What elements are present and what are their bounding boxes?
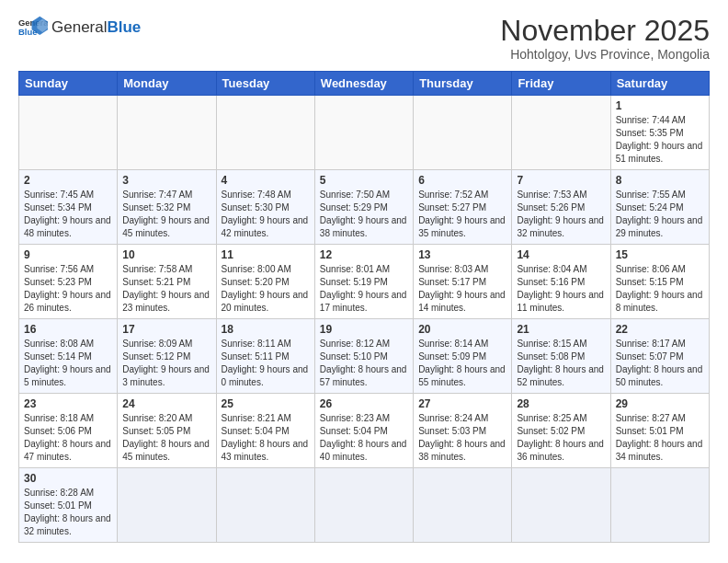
day-number: 12 — [320, 248, 408, 261]
day-info: Sunrise: 7:58 AM Sunset: 5:21 PM Dayligh… — [122, 263, 210, 315]
day-info: Sunrise: 8:27 AM Sunset: 5:01 PM Dayligh… — [616, 412, 704, 464]
calendar-week-row: 16Sunrise: 8:08 AM Sunset: 5:14 PM Dayli… — [19, 319, 710, 394]
page: General Blue GeneralBlue November 2025 H… — [0, 0, 728, 557]
day-info: Sunrise: 8:24 AM Sunset: 5:03 PM Dayligh… — [418, 412, 506, 464]
weekday-header-thursday: Thursday — [414, 72, 512, 96]
calendar-day-cell — [414, 96, 512, 170]
day-info: Sunrise: 7:56 AM Sunset: 5:23 PM Dayligh… — [24, 263, 112, 315]
day-number: 10 — [122, 248, 210, 261]
calendar-day-cell — [118, 468, 216, 543]
calendar-day-cell: 11Sunrise: 8:00 AM Sunset: 5:20 PM Dayli… — [216, 245, 314, 319]
day-number: 21 — [517, 323, 605, 336]
day-number: 4 — [222, 174, 310, 187]
day-info: Sunrise: 7:44 AM Sunset: 5:35 PM Dayligh… — [616, 114, 704, 166]
calendar-day-cell: 16Sunrise: 8:08 AM Sunset: 5:14 PM Dayli… — [19, 319, 118, 394]
day-info: Sunrise: 8:01 AM Sunset: 5:19 PM Dayligh… — [320, 263, 408, 315]
day-info: Sunrise: 7:45 AM Sunset: 5:34 PM Dayligh… — [24, 189, 112, 240]
day-number: 17 — [122, 323, 210, 336]
calendar-day-cell: 6Sunrise: 7:52 AM Sunset: 5:27 PM Daylig… — [414, 170, 512, 245]
calendar-day-cell: 30Sunrise: 8:28 AM Sunset: 5:01 PM Dayli… — [19, 468, 118, 543]
calendar-week-row: 23Sunrise: 8:18 AM Sunset: 5:06 PM Dayli… — [19, 394, 710, 468]
day-number: 7 — [517, 174, 605, 187]
day-number: 23 — [24, 397, 112, 410]
calendar-day-cell: 14Sunrise: 8:04 AM Sunset: 5:16 PM Dayli… — [512, 245, 610, 319]
month-title: November 2025 — [500, 15, 710, 47]
day-info: Sunrise: 8:11 AM Sunset: 5:11 PM Dayligh… — [222, 338, 310, 389]
day-info: Sunrise: 7:53 AM Sunset: 5:26 PM Dayligh… — [517, 189, 605, 240]
day-info: Sunrise: 8:23 AM Sunset: 5:04 PM Dayligh… — [320, 412, 408, 464]
day-number: 29 — [616, 397, 704, 410]
calendar-day-cell: 18Sunrise: 8:11 AM Sunset: 5:11 PM Dayli… — [216, 319, 314, 394]
calendar-day-cell: 20Sunrise: 8:14 AM Sunset: 5:09 PM Dayli… — [414, 319, 512, 394]
day-info: Sunrise: 8:18 AM Sunset: 5:06 PM Dayligh… — [24, 412, 112, 464]
calendar-day-cell: 17Sunrise: 8:09 AM Sunset: 5:12 PM Dayli… — [118, 319, 216, 394]
day-info: Sunrise: 7:47 AM Sunset: 5:32 PM Dayligh… — [122, 189, 210, 240]
calendar-header-row: SundayMondayTuesdayWednesdayThursdayFrid… — [19, 72, 710, 96]
day-info: Sunrise: 8:17 AM Sunset: 5:07 PM Dayligh… — [616, 338, 704, 389]
calendar-day-cell: 3Sunrise: 7:47 AM Sunset: 5:32 PM Daylig… — [118, 170, 216, 245]
calendar-day-cell — [512, 96, 610, 170]
day-number: 5 — [320, 174, 408, 187]
location: Hohtolgoy, Uvs Province, Mongolia — [500, 47, 710, 62]
calendar-day-cell — [610, 468, 709, 543]
day-info: Sunrise: 8:12 AM Sunset: 5:10 PM Dayligh… — [320, 338, 408, 389]
logo-text: GeneralBlue — [51, 19, 141, 37]
day-number: 20 — [418, 323, 506, 336]
day-number: 6 — [418, 174, 506, 187]
day-info: Sunrise: 8:00 AM Sunset: 5:20 PM Dayligh… — [222, 263, 310, 315]
weekday-header-friday: Friday — [512, 72, 610, 96]
calendar-day-cell: 5Sunrise: 7:50 AM Sunset: 5:29 PM Daylig… — [314, 170, 413, 245]
day-info: Sunrise: 8:21 AM Sunset: 5:04 PM Dayligh… — [222, 412, 310, 464]
day-number: 11 — [222, 248, 310, 261]
calendar-day-cell — [314, 468, 413, 543]
day-info: Sunrise: 8:06 AM Sunset: 5:15 PM Dayligh… — [616, 263, 704, 315]
day-number: 24 — [122, 397, 210, 410]
day-number: 3 — [122, 174, 210, 187]
calendar-day-cell: 29Sunrise: 8:27 AM Sunset: 5:01 PM Dayli… — [610, 394, 709, 468]
day-info: Sunrise: 7:52 AM Sunset: 5:27 PM Dayligh… — [418, 189, 506, 240]
day-number: 16 — [24, 323, 112, 336]
calendar-day-cell: 2Sunrise: 7:45 AM Sunset: 5:34 PM Daylig… — [19, 170, 118, 245]
calendar-day-cell — [512, 468, 610, 543]
day-number: 28 — [517, 397, 605, 410]
weekday-header-monday: Monday — [118, 72, 216, 96]
calendar-day-cell: 24Sunrise: 8:20 AM Sunset: 5:05 PM Dayli… — [118, 394, 216, 468]
calendar-day-cell: 7Sunrise: 7:53 AM Sunset: 5:26 PM Daylig… — [512, 170, 610, 245]
day-info: Sunrise: 8:28 AM Sunset: 5:01 PM Dayligh… — [24, 487, 112, 538]
day-info: Sunrise: 7:48 AM Sunset: 5:30 PM Dayligh… — [222, 189, 310, 240]
weekday-header-saturday: Saturday — [610, 72, 709, 96]
calendar-day-cell: 25Sunrise: 8:21 AM Sunset: 5:04 PM Dayli… — [216, 394, 314, 468]
weekday-header-tuesday: Tuesday — [216, 72, 314, 96]
calendar-day-cell: 4Sunrise: 7:48 AM Sunset: 5:30 PM Daylig… — [216, 170, 314, 245]
calendar-day-cell — [216, 468, 314, 543]
calendar-day-cell — [19, 96, 118, 170]
calendar-day-cell — [314, 96, 413, 170]
day-number: 8 — [616, 174, 704, 187]
day-info: Sunrise: 8:15 AM Sunset: 5:08 PM Dayligh… — [517, 338, 605, 389]
header: General Blue GeneralBlue November 2025 H… — [18, 15, 710, 62]
day-number: 19 — [320, 323, 408, 336]
calendar-week-row: 9Sunrise: 7:56 AM Sunset: 5:23 PM Daylig… — [19, 245, 710, 319]
day-number: 9 — [24, 248, 112, 261]
calendar-day-cell: 28Sunrise: 8:25 AM Sunset: 5:02 PM Dayli… — [512, 394, 610, 468]
day-info: Sunrise: 7:55 AM Sunset: 5:24 PM Dayligh… — [616, 189, 704, 240]
day-info: Sunrise: 7:50 AM Sunset: 5:29 PM Dayligh… — [320, 189, 408, 240]
day-info: Sunrise: 8:08 AM Sunset: 5:14 PM Dayligh… — [24, 338, 112, 389]
day-number: 25 — [222, 397, 310, 410]
generalblue-logo-icon: General Blue — [18, 15, 48, 40]
calendar-day-cell — [118, 96, 216, 170]
weekday-header-wednesday: Wednesday — [314, 72, 413, 96]
day-number: 13 — [418, 248, 506, 261]
calendar-day-cell: 9Sunrise: 7:56 AM Sunset: 5:23 PM Daylig… — [19, 245, 118, 319]
weekday-header-sunday: Sunday — [19, 72, 118, 96]
calendar-day-cell: 19Sunrise: 8:12 AM Sunset: 5:10 PM Dayli… — [314, 319, 413, 394]
day-number: 2 — [24, 174, 112, 187]
calendar-day-cell: 21Sunrise: 8:15 AM Sunset: 5:08 PM Dayli… — [512, 319, 610, 394]
day-number: 1 — [616, 99, 704, 112]
title-block: November 2025 Hohtolgoy, Uvs Province, M… — [500, 15, 710, 62]
day-number: 30 — [24, 472, 112, 485]
calendar-day-cell — [414, 468, 512, 543]
calendar-day-cell — [216, 96, 314, 170]
calendar-day-cell: 12Sunrise: 8:01 AM Sunset: 5:19 PM Dayli… — [314, 245, 413, 319]
day-number: 22 — [616, 323, 704, 336]
